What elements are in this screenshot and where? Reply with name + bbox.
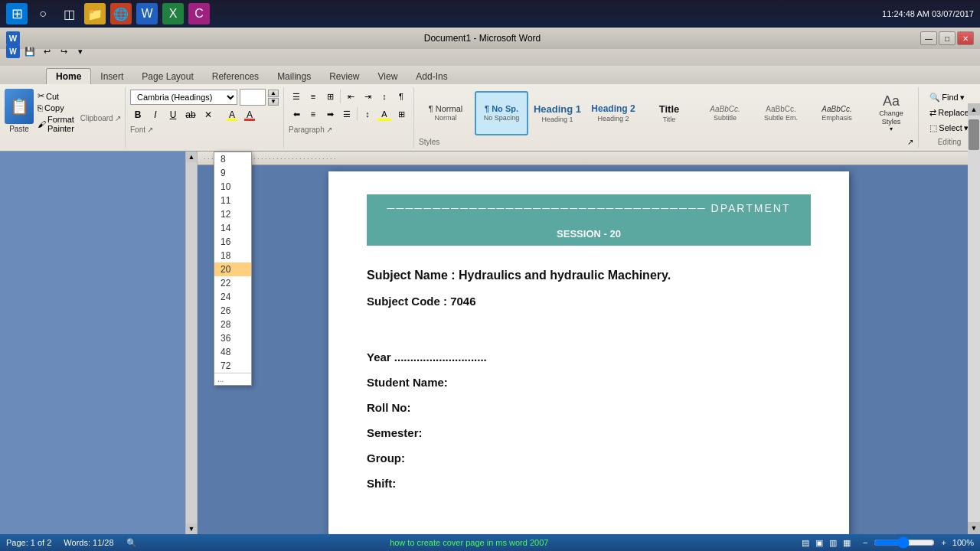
- taskbar-icon-excel[interactable]: X: [162, 3, 184, 24]
- style-heading-2[interactable]: Heading 2 Heading 2: [586, 91, 640, 135]
- save-quick-button[interactable]: 💾: [23, 44, 37, 58]
- fontsize-18[interactable]: 18: [214, 249, 251, 262]
- increase-indent-button[interactable]: ⇥: [360, 89, 375, 104]
- bold-button[interactable]: B: [130, 107, 145, 122]
- fontsize-26[interactable]: 26: [214, 304, 251, 318]
- maximize-button[interactable]: □: [939, 31, 956, 45]
- border-button[interactable]: ⊞: [394, 106, 409, 122]
- tab-addins[interactable]: Add-Ins: [407, 69, 456, 84]
- taskbar-icon-folder[interactable]: 📁: [84, 3, 106, 24]
- tab-review[interactable]: Review: [320, 69, 368, 84]
- view-full-icon[interactable]: ▦: [843, 538, 851, 548]
- taskbar-icon-browser[interactable]: 🌐: [110, 3, 132, 24]
- style-no-spacing[interactable]: ¶ No Sp. No Spacing: [475, 91, 528, 135]
- fontsize-28[interactable]: 28: [214, 318, 251, 331]
- fontsize-72[interactable]: 72: [214, 359, 251, 373]
- strikethrough-button[interactable]: ab: [183, 107, 198, 122]
- bullets-button[interactable]: ☰: [289, 89, 304, 104]
- fontsize-20[interactable]: 20: [214, 262, 251, 276]
- quick-access-more[interactable]: ▾: [74, 44, 87, 58]
- fontsize-11[interactable]: 11: [214, 194, 251, 207]
- find-button[interactable]: 🔍 Find ▾: [926, 91, 972, 104]
- clipboard-expand-icon[interactable]: ↗: [115, 114, 121, 122]
- align-left-button[interactable]: ⬅: [289, 106, 304, 122]
- highlight-button[interactable]: A: [224, 107, 240, 122]
- redo-button[interactable]: ↪: [57, 44, 70, 58]
- view-print-icon[interactable]: ▥: [829, 538, 837, 548]
- fontsize-48[interactable]: 48: [214, 345, 251, 359]
- page-scroll-area[interactable]: ─────────────────────────────────── DPAR…: [198, 165, 980, 534]
- align-center-button[interactable]: ≡: [305, 106, 321, 122]
- fontsize-36[interactable]: 36: [214, 331, 251, 345]
- select-button[interactable]: ⬚ Select ▾: [926, 122, 972, 135]
- align-right-button[interactable]: ➡: [322, 106, 338, 122]
- paragraph-expand-icon[interactable]: ↗: [326, 126, 332, 134]
- line-spacing-button[interactable]: ↕: [360, 106, 375, 122]
- style-subtitle[interactable]: AaBbCc. Subtitle: [698, 91, 752, 135]
- style-title[interactable]: Title Title: [642, 91, 696, 135]
- italic-button[interactable]: I: [148, 107, 163, 122]
- scroll-track-right: [968, 165, 980, 522]
- decrease-indent-button[interactable]: ⇤: [343, 89, 358, 104]
- taskbar-icon-word[interactable]: W: [136, 3, 158, 24]
- statusbar-center: how to create cover page in ms word 2007: [390, 538, 548, 547]
- fontsize-14[interactable]: 14: [214, 221, 251, 235]
- format-painter-button[interactable]: 🖌 Format Painter: [36, 114, 79, 134]
- fontsize-10[interactable]: 10: [214, 180, 251, 194]
- style-subtle-em[interactable]: AaBbCc. Subtle Em.: [754, 91, 808, 135]
- font-name-select[interactable]: Cambria (Headings): [130, 90, 237, 105]
- fontsize-16[interactable]: 16: [214, 235, 251, 249]
- close-button[interactable]: ✕: [957, 31, 974, 45]
- windows-start-icon[interactable]: ⊞: [6, 3, 28, 24]
- taskbar-icon-other[interactable]: C: [188, 3, 210, 24]
- shading-button[interactable]: A: [377, 106, 392, 122]
- style-emphasis[interactable]: AaBbCc. Emphasis: [810, 91, 864, 135]
- fontsize-12[interactable]: 12: [214, 207, 251, 221]
- justify-button[interactable]: ☰: [339, 106, 354, 122]
- scroll-down-button[interactable]: ▼: [186, 523, 197, 534]
- scroll-down-right[interactable]: ▼: [968, 522, 980, 534]
- paste-button[interactable]: 📋 Paste: [5, 89, 34, 146]
- font-expand-icon[interactable]: ↗: [147, 126, 153, 134]
- zoom-slider[interactable]: [874, 539, 935, 546]
- view-web-icon[interactable]: ▣: [815, 538, 823, 548]
- tab-insert[interactable]: Insert: [91, 69, 132, 84]
- tab-home[interactable]: Home: [46, 68, 91, 84]
- font-color-button[interactable]: A: [242, 107, 257, 122]
- page-info: Page: 1 of 2: [6, 538, 51, 548]
- copy-button[interactable]: ⎘ Copy: [36, 103, 79, 113]
- shift-field: Shift:: [367, 477, 811, 490]
- tab-mailings[interactable]: Mailings: [268, 69, 320, 84]
- change-styles-button[interactable]: Aa ChangeStyles ▾: [869, 91, 913, 135]
- clear-format-button[interactable]: ✕: [201, 107, 216, 122]
- sort-button[interactable]: ↕: [377, 89, 392, 104]
- replace-button[interactable]: ⇄ Replace: [926, 106, 972, 119]
- minimize-button[interactable]: —: [920, 31, 937, 45]
- style-heading-1[interactable]: Heading 1 Heading 1: [531, 91, 584, 135]
- styles-expand-icon[interactable]: ↗: [907, 138, 913, 146]
- tab-references[interactable]: References: [203, 69, 268, 84]
- tab-page-layout[interactable]: Page Layout: [132, 69, 202, 84]
- fontsize-24[interactable]: 24: [214, 290, 251, 304]
- clipboard-group: 📋 Paste ✂ Cut ⎘ Copy 🖌 Format Painter C: [0, 87, 126, 148]
- font-size-down[interactable]: ▼: [268, 98, 279, 106]
- taskbar-icon-1[interactable]: ○: [32, 3, 54, 24]
- taskbar-icon-2[interactable]: ◫: [58, 3, 80, 24]
- cut-button[interactable]: ✂ Cut: [36, 90, 79, 102]
- undo-button[interactable]: ↩: [40, 44, 54, 58]
- font-size-up[interactable]: ▲: [268, 90, 279, 97]
- view-normal-icon[interactable]: ▤: [802, 538, 809, 548]
- zoom-out-button[interactable]: −: [863, 538, 867, 547]
- font-size-input[interactable]: [240, 90, 265, 105]
- tab-view[interactable]: View: [369, 69, 407, 84]
- fontsize-22[interactable]: 22: [214, 276, 251, 290]
- style-normal[interactable]: ¶ Normal Normal: [419, 91, 472, 135]
- fontsize-8[interactable]: 8: [214, 152, 251, 166]
- fontsize-9[interactable]: 9: [214, 166, 251, 180]
- underline-button[interactable]: U: [165, 107, 181, 122]
- numbering-button[interactable]: ≡: [305, 89, 321, 104]
- zoom-in-button[interactable]: +: [941, 538, 946, 547]
- multilevel-button[interactable]: ⊞: [322, 89, 338, 104]
- scroll-up-button[interactable]: ▲: [186, 152, 197, 162]
- show-hide-button[interactable]: ¶: [394, 89, 409, 104]
